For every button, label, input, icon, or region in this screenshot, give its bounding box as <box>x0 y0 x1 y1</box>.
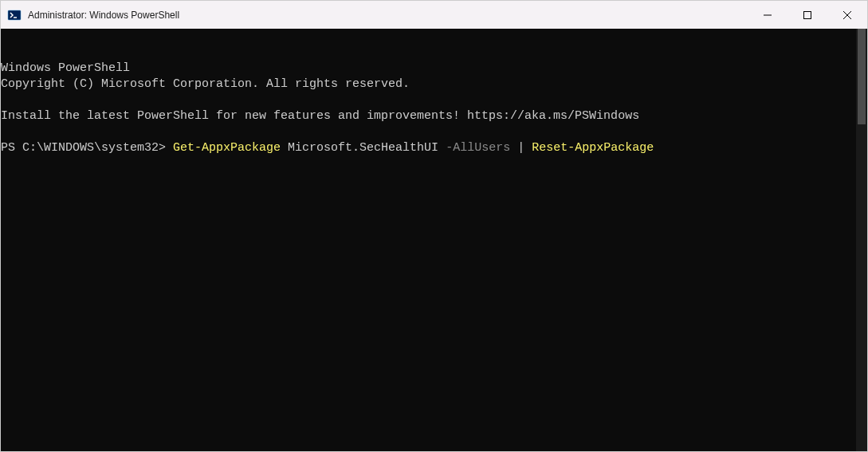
install-message: Install the latest PowerShell for new fe… <box>1 109 639 123</box>
command-line: PS C:\WINDOWS\system32> Get-AppxPackage … <box>1 141 654 155</box>
vertical-scrollbar[interactable] <box>856 29 867 451</box>
command-param: -AllUsers <box>446 141 510 155</box>
scrollbar-thumb[interactable] <box>858 29 866 124</box>
terminal-area[interactable]: Windows PowerShell Copyright (C) Microso… <box>1 29 867 451</box>
header-line-1: Windows PowerShell <box>1 61 130 75</box>
powershell-icon <box>7 8 22 22</box>
window-title: Administrator: Windows PowerShell <box>28 10 179 21</box>
prompt: PS C:\WINDOWS\system32> <box>1 141 173 155</box>
cmdlet-reset-appxpackage: Reset-AppxPackage <box>532 141 654 155</box>
svg-rect-0 <box>8 10 21 20</box>
pipe-operator: | <box>510 141 532 155</box>
titlebar[interactable]: Administrator: Windows PowerShell <box>1 1 867 29</box>
cmdlet-get-appxpackage: Get-AppxPackage <box>173 141 281 155</box>
window-controls <box>748 1 867 29</box>
svg-rect-3 <box>804 11 811 18</box>
close-button[interactable] <box>827 1 867 29</box>
header-line-2: Copyright (C) Microsoft Corporation. All… <box>1 77 410 91</box>
terminal-content: Windows PowerShell Copyright (C) Microso… <box>1 61 867 156</box>
minimize-button[interactable] <box>748 1 787 29</box>
command-arg: Microsoft.SecHealthUI <box>281 141 446 155</box>
titlebar-left: Administrator: Windows PowerShell <box>7 8 179 22</box>
powershell-window: Administrator: Windows PowerShell Window… <box>0 0 868 452</box>
maximize-button[interactable] <box>787 1 827 29</box>
